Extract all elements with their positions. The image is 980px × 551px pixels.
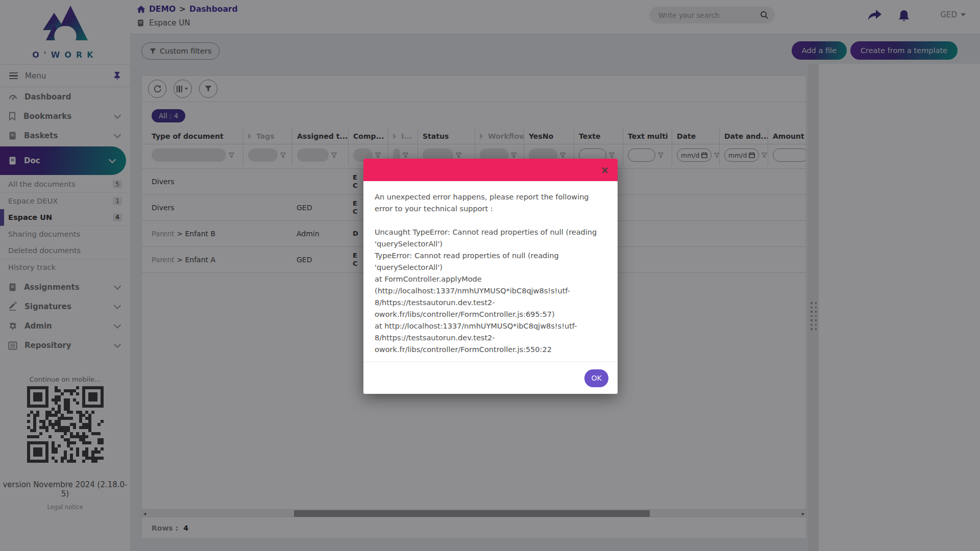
- error-line: Uncaught TypeError: Cannot read properti…: [375, 227, 606, 250]
- error-dialog-header: ×: [363, 159, 618, 181]
- app-root: O'WORK Menu Dashboard Bookmarks: [0, 0, 980, 551]
- error-dialog-footer: OK: [363, 362, 618, 394]
- error-line: TypeError: Cannot read properties of nul…: [375, 250, 606, 273]
- error-line: at http://localhost:1337/nmhUYMUSQ*ibC8q…: [375, 320, 606, 356]
- error-dialog: × An unexpected error happens, please re…: [363, 159, 618, 394]
- error-line: at FormController.applyMode (http://loca…: [375, 273, 606, 320]
- error-dialog-body: An unexpected error happens, please repo…: [363, 181, 618, 362]
- error-intro: An unexpected error happens, please repo…: [375, 191, 606, 215]
- close-icon[interactable]: ×: [598, 163, 611, 177]
- ok-button[interactable]: OK: [584, 369, 608, 387]
